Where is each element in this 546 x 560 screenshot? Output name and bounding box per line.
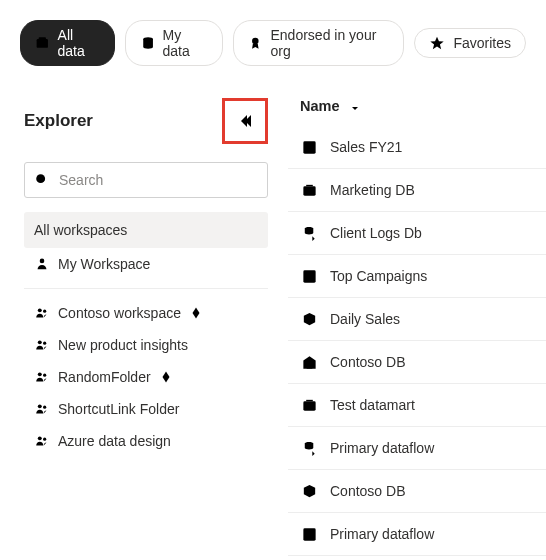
item-name: Contoso DB	[330, 483, 405, 499]
workspace-item[interactable]: RandomFolder	[24, 361, 268, 393]
data-row[interactable]: Primary dataflow	[288, 513, 546, 556]
search-input[interactable]	[24, 162, 268, 198]
filter-favorites[interactable]: Favorites	[414, 28, 526, 58]
group-icon	[34, 401, 50, 417]
stack-icon	[35, 35, 50, 51]
filter-label: Endorsed in your org	[271, 27, 390, 59]
star-icon	[429, 35, 445, 51]
workspace-item[interactable]: Contoso workspace	[24, 297, 268, 329]
data-row[interactable]: Test datamart	[288, 384, 546, 427]
filter-my-data[interactable]: My data	[125, 20, 223, 66]
workspace-label: New product insights	[58, 337, 188, 353]
ribbon-icon	[248, 35, 263, 51]
workspace-item-all[interactable]: All workspaces	[24, 212, 268, 248]
column-title: Name	[300, 98, 340, 114]
database-icon	[140, 35, 155, 51]
item-name: Marketing DB	[330, 182, 415, 198]
item-name: Contoso DB	[330, 354, 405, 370]
data-row[interactable]: Sales FY21	[288, 126, 546, 169]
item-name: Top Campaigns	[330, 268, 427, 284]
explorer-title: Explorer	[24, 111, 93, 131]
dataflow-icon	[300, 439, 318, 457]
search-wrap	[24, 162, 268, 198]
data-row[interactable]: Daily Sales	[288, 298, 546, 341]
collapse-pane-button[interactable]	[222, 98, 268, 144]
workspace-label: RandomFolder	[58, 369, 151, 385]
data-row[interactable]: Contoso DB	[288, 341, 546, 384]
data-row[interactable]: Top Campaigns	[288, 255, 546, 298]
data-row[interactable]: Primary dataflow	[288, 427, 546, 470]
workspace-label: Contoso workspace	[58, 305, 181, 321]
workspace-item[interactable]: New product insights	[24, 329, 268, 361]
data-pane: Name Sales FY21 Marketing DB Client Logs…	[280, 82, 546, 556]
workspace-item-my[interactable]: My Workspace	[24, 248, 268, 280]
datamart-icon	[300, 396, 318, 414]
workspace-label: ShortcutLink Folder	[58, 401, 179, 417]
data-row[interactable]: Marketing DB	[288, 169, 546, 212]
dashboard-icon	[300, 138, 318, 156]
divider	[24, 288, 268, 289]
dataset-icon	[300, 310, 318, 328]
dataflow-box-icon	[300, 525, 318, 543]
filter-label: My data	[163, 27, 208, 59]
workspace-item[interactable]: Azure data design	[24, 425, 268, 457]
sort-desc-icon	[350, 101, 360, 111]
workspace-label: Azure data design	[58, 433, 171, 449]
person-icon	[34, 256, 50, 272]
filter-bar: All data My data Endorsed in your org Fa…	[0, 0, 546, 78]
column-header-name[interactable]: Name	[288, 98, 546, 126]
group-icon	[34, 337, 50, 353]
data-list: Sales FY21 Marketing DB Client Logs Db T…	[288, 126, 546, 556]
item-name: Sales FY21	[330, 139, 402, 155]
item-name: Test datamart	[330, 397, 415, 413]
group-icon	[34, 305, 50, 321]
filter-label: All data	[58, 27, 100, 59]
premium-icon	[189, 306, 203, 320]
dataset-icon	[300, 482, 318, 500]
data-row[interactable]: Contoso DB	[288, 470, 546, 513]
warehouse-icon	[300, 353, 318, 371]
dashboard-icon	[300, 267, 318, 285]
premium-icon	[159, 370, 173, 384]
item-name: Daily Sales	[330, 311, 400, 327]
item-name: Primary dataflow	[330, 526, 434, 542]
group-icon	[34, 369, 50, 385]
filter-all-data[interactable]: All data	[20, 20, 115, 66]
filter-icon	[244, 172, 260, 188]
data-row[interactable]: Client Logs Db	[288, 212, 546, 255]
filter-label: Favorites	[453, 35, 511, 51]
group-icon	[34, 433, 50, 449]
dataflow-icon	[300, 224, 318, 242]
filter-button[interactable]	[244, 172, 260, 188]
search-icon	[34, 172, 50, 188]
workspace-list: All workspaces My Workspace Contoso work…	[24, 212, 268, 457]
item-name: Primary dataflow	[330, 440, 434, 456]
workspace-label: My Workspace	[58, 256, 150, 272]
datamart-icon	[300, 181, 318, 199]
workspace-label: All workspaces	[34, 222, 127, 238]
explorer-pane: Explorer All workspaces My Workspace	[0, 82, 280, 556]
filter-endorsed[interactable]: Endorsed in your org	[233, 20, 405, 66]
chevrons-left-icon	[236, 112, 254, 130]
item-name: Client Logs Db	[330, 225, 422, 241]
workspace-item[interactable]: ShortcutLink Folder	[24, 393, 268, 425]
